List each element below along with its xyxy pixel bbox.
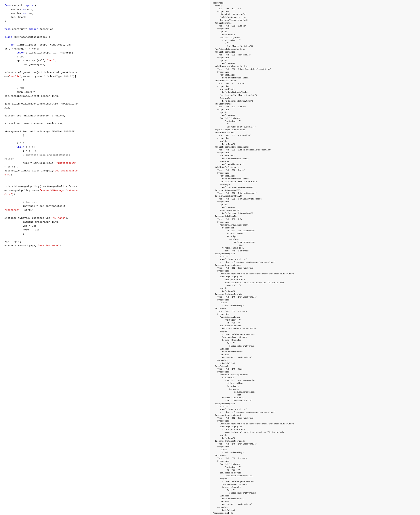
- left-code-panel: from aws_cdk import ( aws_ec2 as ec2, aw…: [0, 0, 210, 515]
- code-line-1: from aws_cdk import ( aws_ec2 as ec2, aw…: [4, 4, 78, 247]
- python-code: from aws_cdk import ( aws_ec2 as ec2, aw…: [4, 4, 205, 247]
- right-yaml-panel: Resources: NewVPC: Type: 'AWS::EC2::VPC'…: [210, 0, 420, 515]
- yaml-code: Resources: NewVPC: Type: 'AWS::EC2::VPC'…: [213, 2, 417, 515]
